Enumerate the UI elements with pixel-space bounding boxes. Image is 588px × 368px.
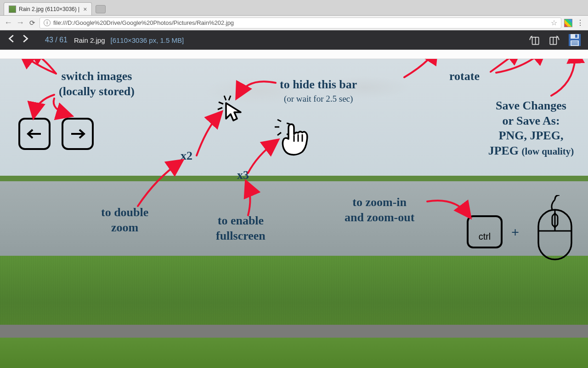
anno-double-zoom: to doublezoom <box>101 205 148 235</box>
bookmark-star-icon[interactable]: ☆ <box>551 18 557 27</box>
svg-line-17 <box>219 102 223 104</box>
svg-rect-5 <box>571 34 579 39</box>
viewer-next-icon[interactable] <box>18 34 31 46</box>
viewer-toolbar: 43 / 61 Rain 2.jpg [6110×3036 px, 1.5 MB… <box>0 30 588 50</box>
browser-tab-strip: Rain 2.jpg (6110×3036) | × <box>0 0 588 16</box>
svg-line-19 <box>218 108 222 109</box>
anno-switch-images: switch images(locally stored) <box>59 69 135 99</box>
image-counter: 43 / 61 <box>45 36 68 44</box>
plus-sign: + <box>511 224 519 240</box>
svg-line-20 <box>229 96 231 100</box>
browser-forward-icon[interactable]: → <box>16 18 25 28</box>
image-filename: Rain 2.jpg <box>74 36 105 44</box>
anno-rotate: rotate <box>449 69 480 84</box>
extension-icon[interactable] <box>564 19 572 27</box>
image-pavement <box>0 325 588 338</box>
address-bar: ← → ⟳ i file:///D:/Google%20Drive/Google… <box>0 16 588 30</box>
mouse-icon <box>532 195 578 266</box>
viewer-subbar <box>0 50 588 59</box>
anno-x3: x3 <box>237 168 249 183</box>
save-icon[interactable] <box>567 33 582 47</box>
browser-menu-icon[interactable]: ⋮ <box>575 18 584 27</box>
svg-line-21 <box>277 120 281 121</box>
new-tab-button[interactable] <box>96 5 106 13</box>
image-grass <box>0 256 588 334</box>
anno-hide-bar: to hide this bar (or wait for 2.5 sec) <box>280 77 357 104</box>
browser-tab[interactable]: Rain 2.jpg (6110×3036) | × <box>4 2 92 15</box>
image-far-grass <box>0 176 588 181</box>
site-info-icon[interactable]: i <box>44 19 51 26</box>
image-viewport[interactable]: switch images(locally stored) to hide th… <box>0 59 588 368</box>
anno-x2: x2 <box>181 149 192 164</box>
cursor-click-icon <box>214 92 246 126</box>
url-field[interactable]: i file:///D:/Google%20Drive/Google%20Pho… <box>40 17 561 29</box>
key-right-arrow <box>62 118 94 150</box>
key-ctrl: ctrl <box>467 215 503 248</box>
anno-save: Save Changes or Save As: PNG, JPEG, JPEG… <box>476 98 586 158</box>
browser-reload-icon[interactable]: ⟳ <box>28 19 37 27</box>
key-left-arrow <box>18 118 51 150</box>
svg-line-18 <box>224 96 226 100</box>
rotate-left-icon[interactable] <box>526 33 542 47</box>
anno-zoom-in-out: to zoom-inand zoom-out <box>345 195 414 225</box>
image-meta: [6110×3036 px, 1.5 MB] <box>110 36 184 44</box>
browser-back-icon[interactable]: ← <box>4 18 13 28</box>
svg-line-23 <box>277 132 281 135</box>
url-text: file:///D:/Google%20Drive/Google%20Photo… <box>53 19 234 26</box>
viewer-prev-icon[interactable] <box>6 34 18 46</box>
image-grass-foreground <box>0 338 588 368</box>
tab-title: Rain 2.jpg (6110×3036) | <box>19 6 79 12</box>
close-tab-icon[interactable]: × <box>79 6 87 13</box>
tap-hand-icon <box>270 117 311 160</box>
svg-rect-6 <box>575 34 577 38</box>
tab-favicon <box>9 6 16 13</box>
anno-fullscreen: to enablefullscreen <box>216 213 266 243</box>
rotate-right-icon[interactable] <box>547 33 562 47</box>
